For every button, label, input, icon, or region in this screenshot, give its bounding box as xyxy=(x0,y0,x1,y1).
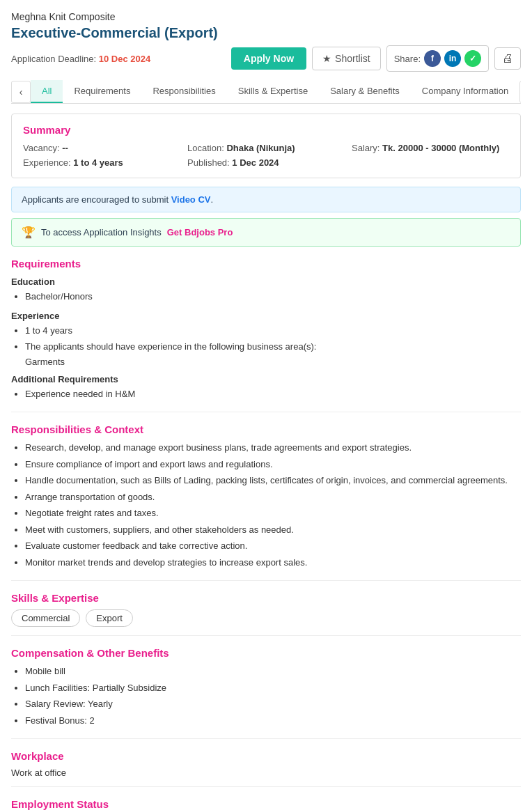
experience-title: Experience xyxy=(11,311,521,321)
experience-list: 1 to 4 years The applicants should have … xyxy=(11,324,521,354)
skill-tag-export: Export xyxy=(86,609,133,627)
share-label: Share: xyxy=(394,54,421,64)
skill-tag-commercial: Commercial xyxy=(11,609,80,627)
list-item: Meet with customers, suppliers, and othe… xyxy=(25,523,521,537)
location-value: Dhaka (Nikunja) xyxy=(226,143,295,153)
vacancy-label: Vacancy: xyxy=(23,143,60,153)
summary-box: Summary Vacancy: -- Location: Dhaka (Nik… xyxy=(11,114,521,178)
insights-link[interactable]: Get Bdjobs Pro xyxy=(167,227,233,237)
education-title: Education xyxy=(11,277,521,287)
video-cv-text: Applicants are encouraged to submit xyxy=(22,194,171,205)
list-item: Lunch Facilities: Partially Subsidize xyxy=(25,681,521,695)
compensation-list: Mobile bill Lunch Facilities: Partially … xyxy=(11,664,521,727)
location-label: Location: xyxy=(187,143,224,153)
tab-requirements[interactable]: Requirements xyxy=(63,80,141,103)
list-item: Experience needed in H&M xyxy=(25,387,521,401)
employment-title: Employment Status xyxy=(11,798,521,810)
insights-text: To access Application Insights xyxy=(41,227,162,237)
requirements-section: Requirements Education Bachelor/Honors E… xyxy=(11,258,521,412)
video-cv-link[interactable]: Video CV xyxy=(171,194,211,205)
education-list: Bachelor/Honors xyxy=(11,290,521,304)
job-title: Executive-Commercial (Export) xyxy=(11,25,521,41)
tab-skills[interactable]: Skills & Expertise xyxy=(227,80,319,103)
skills-section: Skills & Expertise Commercial Export xyxy=(11,592,521,636)
list-item: The applicants should have experience in… xyxy=(25,340,521,354)
list-item: 1 to 4 years xyxy=(25,324,521,338)
share-group: Share: f in ✓ xyxy=(386,45,489,72)
tab-all[interactable]: All xyxy=(31,80,63,103)
tab-responsibilities[interactable]: Responsibilities xyxy=(141,80,226,103)
salary-label: Salary: xyxy=(352,143,380,153)
requirements-title: Requirements xyxy=(11,258,521,270)
experience-item: Experience: 1 to 4 years xyxy=(23,157,180,168)
list-item: Festival Bonus: 2 xyxy=(25,714,521,728)
compensation-section: Compensation & Other Benefits Mobile bil… xyxy=(11,647,521,739)
video-cv-banner: Applicants are encouraged to submit Vide… xyxy=(11,187,521,212)
list-item: Research, develop, and manage export bus… xyxy=(25,441,521,455)
experience-value: 1 to 4 years xyxy=(73,157,123,168)
additional-title: Additional Requirements xyxy=(11,374,521,384)
apply-now-button[interactable]: Apply Now xyxy=(231,47,306,70)
list-item: Bachelor/Honors xyxy=(25,290,521,304)
tabs-row: ‹ All Requirements Responsibilities Skil… xyxy=(11,80,521,104)
experience-label: Experience: xyxy=(23,157,71,168)
company-name: Meghna Knit Composite xyxy=(11,11,521,22)
list-item: Negotiate freight rates and taxes. xyxy=(25,506,521,520)
print-button[interactable]: 🖨 xyxy=(494,47,521,70)
experience-sub: Garments xyxy=(11,357,521,367)
action-buttons: Apply Now ★ Shortlist Share: f in ✓ 🖨 xyxy=(231,45,521,72)
insights-icon: 🏆 xyxy=(22,226,36,239)
list-item: Monitor market trends and develop strate… xyxy=(25,556,521,570)
responsibilities-section: Responsibilities & Context Research, dev… xyxy=(11,423,521,581)
tab-salary[interactable]: Salary & Benefits xyxy=(319,80,411,103)
tab-arrow-left[interactable]: ‹ xyxy=(11,81,31,103)
vacancy-item: Vacancy: -- xyxy=(23,143,180,153)
shortlist-button[interactable]: ★ Shortlist xyxy=(312,47,381,70)
deadline-label: Application Deadline: 10 Dec 2024 xyxy=(11,54,150,64)
video-cv-suffix: . xyxy=(210,194,213,205)
location-item: Location: Dhaka (Nikunja) xyxy=(187,143,345,153)
list-item: Evaluate customer feedback and take corr… xyxy=(25,539,521,553)
compensation-title: Compensation & Other Benefits xyxy=(11,647,521,659)
insights-banner: 🏆 To access Application Insights Get Bdj… xyxy=(11,218,521,247)
list-item: Arrange transportation of goods. xyxy=(25,490,521,504)
list-item: Handle documentation, such as Bills of L… xyxy=(25,474,521,488)
summary-grid: Vacancy: -- Location: Dhaka (Nikunja) Sa… xyxy=(23,143,509,168)
linkedin-icon[interactable]: in xyxy=(444,50,461,67)
employment-section: Employment Status Full Time xyxy=(11,798,521,810)
responsibilities-list: Research, develop, and manage export bus… xyxy=(11,441,521,569)
deadline-date: 10 Dec 2024 xyxy=(99,54,150,64)
additional-list: Experience needed in H&M xyxy=(11,387,521,401)
workplace-section: Workplace Work at office xyxy=(11,750,521,787)
vacancy-value: -- xyxy=(62,143,68,153)
responsibilities-title: Responsibilities & Context xyxy=(11,423,521,435)
salary-item: Salary: Tk. 20000 - 30000 (Monthly) xyxy=(352,143,509,153)
facebook-icon[interactable]: f xyxy=(424,50,441,67)
list-item: Salary Review: Yearly xyxy=(25,697,521,711)
published-label: Published: xyxy=(187,157,230,168)
list-item: Ensure compliance of import and export l… xyxy=(25,458,521,472)
workplace-title: Workplace xyxy=(11,750,521,762)
skills-tags: Commercial Export xyxy=(11,609,521,627)
whatsapp-icon[interactable]: ✓ xyxy=(464,50,481,67)
list-item: Mobile bill xyxy=(25,664,521,678)
skills-title: Skills & Expertise xyxy=(11,592,521,604)
star-icon: ★ xyxy=(322,53,331,64)
salary-value: Tk. 20000 - 30000 (Monthly) xyxy=(382,143,499,153)
published-value: 1 Dec 2024 xyxy=(232,157,279,168)
published-item: Published: 1 Dec 2024 xyxy=(187,157,345,168)
summary-title: Summary xyxy=(23,124,509,136)
shortlist-label: Shortlist xyxy=(335,53,370,64)
workplace-value: Work at office xyxy=(11,768,521,778)
tab-arrow-right[interactable]: › xyxy=(519,81,521,103)
tab-company[interactable]: Company Information xyxy=(411,80,519,103)
